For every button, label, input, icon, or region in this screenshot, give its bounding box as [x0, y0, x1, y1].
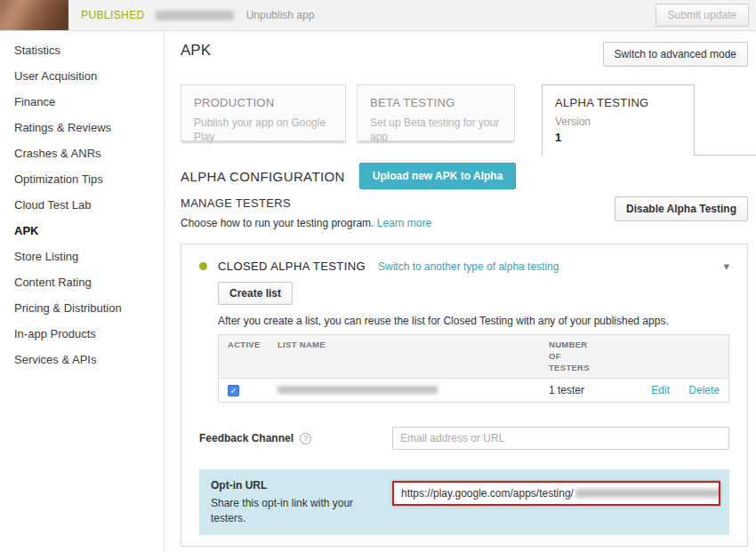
- opt-in-url-description: Share this opt-in link with your testers…: [211, 496, 375, 524]
- table-row: ✓ 1 tester Edit Delete: [219, 379, 728, 402]
- switch-alpha-type-link[interactable]: Switch to another type of alpha testing: [378, 260, 559, 273]
- opt-in-url-value: https://play.google.com/apps/testing/: [401, 487, 574, 500]
- sidebar-item-in-app-products[interactable]: In-app Products: [0, 321, 164, 347]
- sidebar-item-crashes-anrs[interactable]: Crashes & ANRs: [0, 140, 164, 166]
- tab-alpha-title: ALPHA TESTING: [555, 96, 681, 109]
- feedback-channel-input[interactable]: [392, 427, 729, 450]
- sidebar-item-store-listing[interactable]: Store Listing: [0, 244, 164, 269]
- sidebar-item-services-apis[interactable]: Services & APIs: [0, 347, 164, 372]
- column-header-spacer-2: [670, 340, 720, 373]
- opt-in-url-input[interactable]: https://play.google.com/apps/testing/: [392, 481, 720, 506]
- tab-baseline: [695, 155, 756, 156]
- alpha-version-value: 1: [555, 131, 681, 144]
- table-header-row: ACTIVE LIST NAME NUMBER OF TESTERS: [219, 335, 728, 379]
- chevron-down-icon[interactable]: ▾: [723, 260, 729, 272]
- tab-beta-testing[interactable]: BETA TESTING Set up Beta testing for you…: [357, 84, 515, 141]
- unpublish-app-link[interactable]: Unpublish app: [246, 9, 315, 21]
- tab-production-subtitle: Publish your app on Google Play: [194, 116, 327, 144]
- sidebar: Statistics User Acquisition Finance Rati…: [0, 31, 165, 552]
- sidebar-item-cloud-test-lab[interactable]: Cloud Test Lab: [0, 192, 164, 218]
- sidebar-item-finance[interactable]: Finance: [0, 89, 164, 115]
- help-icon[interactable]: ?: [300, 433, 311, 444]
- testers-list-table: ACTIVE LIST NAME NUMBER OF TESTERS ✓ 1 t…: [218, 334, 729, 403]
- create-list-button[interactable]: Create list: [218, 282, 293, 305]
- sidebar-item-optimization-tips[interactable]: Optimization Tips: [0, 166, 164, 192]
- opt-in-url-label: Opt-in URL: [211, 479, 392, 492]
- alpha-configuration-heading: ALPHA CONFIGURATION: [181, 169, 345, 184]
- alpha-version-label: Version: [555, 116, 681, 128]
- edit-list-link[interactable]: Edit: [651, 384, 670, 396]
- published-status-badge: PUBLISHED: [81, 9, 145, 21]
- switch-advanced-mode-button[interactable]: Switch to advanced mode: [603, 42, 748, 67]
- redacted-list-name: [277, 386, 438, 394]
- sidebar-item-statistics[interactable]: Statistics: [0, 37, 164, 63]
- learn-more-link[interactable]: Learn more: [377, 217, 431, 229]
- tab-beta-title: BETA TESTING: [370, 96, 502, 109]
- reuse-list-note: After you create a list, you can reuse t…: [218, 315, 729, 327]
- column-header-number-of-testers: NUMBER OF TESTERS: [549, 340, 595, 373]
- sidebar-item-ratings-reviews[interactable]: Ratings & Reviews: [0, 115, 164, 140]
- topbar: PUBLISHED Unpublish app Submit update: [0, 0, 756, 31]
- manage-testers-description: Choose how to run your testing program. …: [181, 217, 431, 229]
- sidebar-item-apk[interactable]: APK: [0, 218, 164, 244]
- disable-alpha-testing-button[interactable]: Disable Alpha Testing: [615, 196, 748, 221]
- submit-update-button[interactable]: Submit update: [655, 4, 749, 27]
- delete-list-link[interactable]: Delete: [688, 384, 720, 396]
- closed-alpha-panel: CLOSED ALPHA TESTING Switch to another t…: [181, 244, 748, 547]
- column-header-spacer-1: [629, 340, 670, 373]
- column-header-list-name: LIST NAME: [277, 340, 549, 373]
- feedback-channel-label: Feedback Channel: [199, 432, 294, 444]
- sidebar-item-content-rating[interactable]: Content Rating: [0, 269, 164, 295]
- closed-alpha-title: CLOSED ALPHA TESTING: [218, 260, 366, 273]
- main-content: APK Switch to advanced mode PRODUCTION P…: [165, 31, 756, 552]
- sidebar-item-pricing-distribution[interactable]: Pricing & Distribution: [0, 295, 164, 321]
- app-icon: [0, 0, 68, 30]
- tab-production[interactable]: PRODUCTION Publish your app on Google Pl…: [181, 84, 346, 141]
- active-checkbox[interactable]: ✓: [228, 385, 239, 396]
- testers-count: 1 tester: [549, 384, 629, 396]
- redacted-url-suffix: [575, 489, 720, 498]
- tab-beta-subtitle: Set up Beta testing for your app: [370, 116, 502, 144]
- column-header-active: ACTIVE: [228, 340, 277, 373]
- apk-tabs: PRODUCTION Publish your app on Google Pl…: [181, 84, 748, 156]
- manage-testers-heading: MANAGE TESTERS: [181, 196, 431, 210]
- manage-testers-description-text: Choose how to run your testing program.: [181, 217, 374, 229]
- upload-apk-to-alpha-button[interactable]: Upload new APK to Alpha: [359, 163, 516, 189]
- redacted-app-name: [156, 11, 234, 20]
- opt-in-section: Opt-in URL Share this opt-in link with y…: [199, 469, 729, 534]
- tab-alpha-testing[interactable]: ALPHA TESTING Version 1: [542, 84, 695, 156]
- sidebar-item-user-acquisition[interactable]: User Acquisition: [0, 63, 164, 89]
- tab-production-title: PRODUCTION: [194, 96, 333, 109]
- page-title: APK: [181, 42, 211, 60]
- status-dot-icon: [199, 262, 207, 270]
